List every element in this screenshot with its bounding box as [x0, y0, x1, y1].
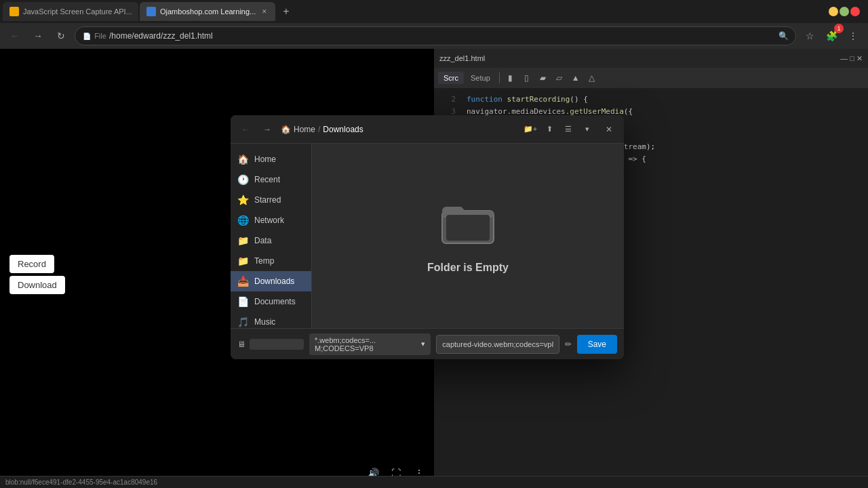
- dialog-overlay: ← → 🏠 Home / Downloads 📁+ ⬆ ☰ ▾ ✕: [0, 0, 868, 488]
- empty-folder-icon: [441, 199, 495, 253]
- data-sidebar-icon: 📁: [237, 235, 249, 246]
- sidebar-starred-label: Starred: [254, 195, 281, 205]
- sort-button[interactable]: ▾: [579, 121, 595, 138]
- new-folder-button[interactable]: 📁+: [522, 121, 538, 138]
- footer-location: 🖥: [237, 339, 304, 350]
- music-sidebar-icon: 🎵: [237, 317, 249, 327]
- downloads-sidebar-icon: 📥: [237, 276, 249, 287]
- dialog-header: ← → 🏠 Home / Downloads 📁+ ⬆ ☰ ▾ ✕: [231, 115, 624, 144]
- dialog-body: 🏠 Home 🕐 Recent ⭐ Starred 🌐 Network 📁: [231, 144, 624, 328]
- sidebar-data-label: Data: [254, 236, 271, 245]
- sidebar-item-home[interactable]: 🏠 Home: [231, 149, 311, 169]
- temp-sidebar-icon: 📁: [237, 256, 249, 266]
- sidebar-music-label: Music: [254, 317, 275, 327]
- dialog-back-button[interactable]: ←: [237, 121, 254, 138]
- breadcrumb-current-label: Downloads: [323, 125, 363, 134]
- dialog-forward-button[interactable]: →: [259, 121, 275, 138]
- sidebar-recent-label: Recent: [254, 175, 280, 184]
- file-type-text: *.webm;codecs=... M;CODECS=VP8: [315, 336, 418, 352]
- sidebar-home-label: Home: [254, 155, 276, 164]
- breadcrumb-home[interactable]: 🏠 Home: [281, 125, 315, 134]
- footer-location-label: [250, 339, 304, 350]
- dialog-sidebar: 🏠 Home 🕐 Recent ⭐ Starred 🌐 Network 📁: [231, 144, 312, 328]
- sidebar-downloads-label: Downloads: [254, 277, 294, 286]
- breadcrumb-home-label: Home: [294, 125, 315, 134]
- sidebar-item-downloads[interactable]: 📥 Downloads: [231, 271, 311, 291]
- dialog-footer: 🖥 *.webm;codecs=... M;CODECS=VP8 ▾ ✏ Sav…: [231, 328, 624, 359]
- breadcrumb: 🏠 Home / Downloads: [281, 125, 517, 134]
- dialog-close-button[interactable]: ✕: [601, 121, 617, 138]
- sidebar-item-recent[interactable]: 🕐 Recent: [231, 169, 311, 190]
- documents-sidebar-icon: 📄: [237, 296, 249, 307]
- home-icon: 🏠: [281, 125, 291, 134]
- save-button[interactable]: Save: [577, 335, 617, 354]
- sidebar-item-starred[interactable]: ⭐ Starred: [231, 190, 311, 210]
- sidebar-item-data[interactable]: 📁 Data: [231, 230, 311, 251]
- dialog-main: Folder is Empty: [312, 144, 624, 328]
- starred-sidebar-icon: ⭐: [237, 195, 249, 205]
- file-type-selector[interactable]: *.webm;codecs=... M;CODECS=VP8 ▾: [309, 333, 431, 355]
- file-type-arrow: ▾: [421, 340, 425, 348]
- network-sidebar-icon: 🌐: [237, 215, 249, 226]
- location-icon: 🖥: [237, 340, 245, 349]
- edit-filename-icon[interactable]: ✏: [565, 340, 572, 349]
- recent-sidebar-icon: 🕐: [237, 174, 249, 185]
- upload-button[interactable]: ⬆: [541, 121, 557, 138]
- home-sidebar-icon: 🏠: [237, 154, 249, 165]
- sidebar-item-music[interactable]: 🎵 Music: [231, 312, 311, 328]
- view-toggle-button[interactable]: ☰: [560, 121, 576, 138]
- sidebar-documents-label: Documents: [254, 297, 296, 306]
- sidebar-network-label: Network: [254, 216, 284, 225]
- sidebar-item-network[interactable]: 🌐 Network: [231, 210, 311, 230]
- breadcrumb-separator: /: [318, 125, 320, 134]
- empty-folder-text: Folder is Empty: [427, 262, 509, 274]
- sidebar-item-temp[interactable]: 📁 Temp: [231, 251, 311, 271]
- file-name-input[interactable]: [436, 335, 559, 354]
- file-dialog: ← → 🏠 Home / Downloads 📁+ ⬆ ☰ ▾ ✕: [231, 115, 624, 359]
- sidebar-item-documents[interactable]: 📄 Documents: [231, 291, 311, 312]
- svg-rect-1: [446, 215, 490, 241]
- sidebar-temp-label: Temp: [254, 256, 274, 266]
- dialog-toolbar-actions: 📁+ ⬆ ☰ ▾: [522, 121, 595, 138]
